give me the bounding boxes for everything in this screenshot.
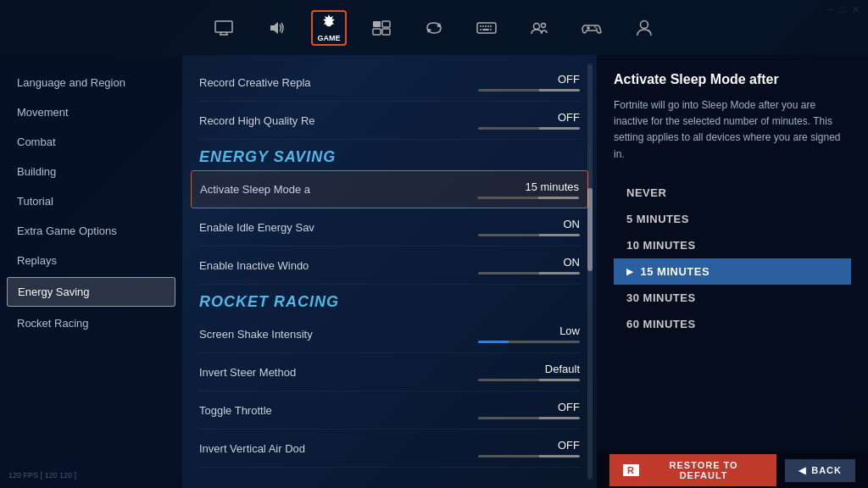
record-creative-row: Record Creative Repla OFF bbox=[199, 64, 580, 102]
sleep-mode-label: Activate Sleep Mode a bbox=[200, 183, 477, 196]
option-never[interactable]: NEVER bbox=[614, 180, 851, 206]
idle-energy-label: Enable Idle Energy Sav bbox=[199, 221, 478, 234]
idle-energy-row: Enable Idle Energy Sav ON bbox=[199, 208, 580, 247]
nav-game-label: GAME bbox=[318, 34, 341, 42]
back-button-icon: ◀ bbox=[798, 465, 806, 476]
sleep-mode-value[interactable]: 15 minutes bbox=[477, 180, 579, 199]
invert-vertical-value[interactable]: OFF bbox=[478, 439, 580, 458]
sidebar-item-combat[interactable]: Combat bbox=[0, 127, 182, 157]
invert-vertical-label: Invert Vertical Air Dod bbox=[199, 442, 478, 455]
sidebar-item-extra-game-options[interactable]: Extra Game Options bbox=[0, 216, 182, 246]
svg-marker-4 bbox=[270, 22, 278, 34]
toggle-throttle-row: Toggle Throttle OFF bbox=[199, 391, 580, 430]
right-panel-title: Activate Sleep Mode after bbox=[614, 72, 851, 87]
record-creative-label: Record Creative Repla bbox=[199, 76, 478, 89]
sidebar-item-movement[interactable]: Movement bbox=[0, 97, 182, 127]
back-button-label: BACK bbox=[811, 465, 842, 475]
right-panel: Activate Sleep Mode after Fortnite will … bbox=[597, 55, 868, 488]
sidebar-item-language-region[interactable]: Language and Region bbox=[0, 68, 182, 97]
svg-point-27 bbox=[641, 20, 648, 28]
screen-shake-value[interactable]: Low bbox=[478, 324, 580, 343]
back-button[interactable]: ◀ BACK bbox=[785, 459, 855, 482]
right-panel-description: Fortnite will go into Sleep Mode after y… bbox=[614, 97, 851, 163]
record-creative-value[interactable]: OFF bbox=[478, 73, 580, 92]
option-60min[interactable]: 60 MINUTES bbox=[614, 311, 851, 337]
sidebar-item-rocket-racing[interactable]: Rocket Racing bbox=[0, 308, 182, 338]
nav-audio-icon[interactable] bbox=[259, 10, 294, 46]
inactive-window-row: Enable Inactive Windo ON bbox=[199, 247, 580, 285]
sidebar-item-building[interactable]: Building bbox=[0, 157, 182, 186]
rocket-racing-header: ROCKET RACING bbox=[199, 285, 580, 315]
nav-controller-icon[interactable] bbox=[416, 10, 452, 46]
svg-rect-9 bbox=[382, 29, 390, 35]
svg-point-25 bbox=[594, 26, 596, 28]
sidebar-item-energy-saving[interactable]: Energy Saving bbox=[7, 277, 175, 307]
nav-game-icon[interactable]: GAME bbox=[311, 10, 347, 46]
top-navigation: GAME bbox=[0, 0, 868, 55]
record-quality-row: Record High Quality Re OFF bbox=[199, 102, 580, 140]
screen-shake-label: Screen Shake Intensity bbox=[199, 328, 478, 341]
nav-display-icon[interactable] bbox=[206, 10, 242, 46]
scrollbar-thumb[interactable] bbox=[587, 188, 593, 271]
screen-shake-row: Screen Shake Intensity Low bbox=[199, 315, 580, 353]
nav-accessibility-icon[interactable] bbox=[364, 10, 399, 46]
nav-profile-icon[interactable] bbox=[626, 10, 662, 46]
sidebar: Language and Region Movement Combat Buil… bbox=[0, 55, 182, 488]
settings-panel: Record Creative Repla OFF Record High Qu… bbox=[182, 55, 597, 488]
restore-button-label: RESTORE TO DEFAULT bbox=[644, 460, 763, 480]
option-15min[interactable]: 15 MINUTES bbox=[614, 258, 851, 285]
energy-saving-header: ENERGY SAVING bbox=[199, 140, 580, 170]
invert-steer-row: Invert Steer Method Default bbox=[199, 353, 580, 391]
inactive-window-label: Enable Inactive Windo bbox=[199, 259, 478, 272]
record-quality-label: Record High Quality Re bbox=[199, 114, 478, 127]
toggle-throttle-label: Toggle Throttle bbox=[199, 404, 478, 417]
restore-default-button[interactable]: R RESTORE TO DEFAULT bbox=[609, 454, 776, 486]
sidebar-item-replays[interactable]: Replays bbox=[0, 246, 182, 275]
main-content: Language and Region Movement Combat Buil… bbox=[0, 55, 868, 488]
svg-rect-12 bbox=[477, 23, 496, 33]
svg-point-22 bbox=[542, 23, 546, 27]
option-5min[interactable]: 5 MINUTES bbox=[614, 206, 851, 232]
restore-button-icon: R bbox=[623, 464, 639, 476]
svg-point-21 bbox=[534, 23, 540, 29]
scrollbar-track[interactable] bbox=[587, 64, 593, 480]
invert-steer-label: Invert Steer Method bbox=[199, 366, 478, 379]
fps-display: 120 FPS [ 120 120 ] bbox=[8, 471, 76, 480]
invert-vertical-row: Invert Vertical Air Dod OFF bbox=[199, 430, 580, 468]
sleep-mode-row[interactable]: Activate Sleep Mode a 15 minutes bbox=[191, 170, 588, 208]
nav-gamepad-icon[interactable] bbox=[574, 10, 609, 46]
idle-energy-value[interactable]: ON bbox=[478, 218, 580, 236]
inactive-window-value[interactable]: ON bbox=[478, 256, 580, 274]
invert-steer-value[interactable]: Default bbox=[478, 363, 580, 381]
nav-keyboard-icon[interactable] bbox=[469, 10, 504, 46]
svg-rect-6 bbox=[373, 21, 381, 27]
toggle-throttle-value[interactable]: OFF bbox=[478, 401, 580, 419]
sidebar-item-tutorial[interactable]: Tutorial bbox=[0, 186, 182, 216]
bottom-buttons: R RESTORE TO DEFAULT ◀ BACK bbox=[597, 452, 868, 488]
option-30min[interactable]: 30 MINUTES bbox=[614, 285, 851, 311]
option-10min[interactable]: 10 MINUTES bbox=[614, 232, 851, 258]
svg-rect-8 bbox=[373, 29, 381, 35]
svg-point-26 bbox=[596, 28, 598, 30]
record-quality-value[interactable]: OFF bbox=[478, 111, 580, 130]
svg-rect-7 bbox=[382, 21, 390, 27]
svg-rect-0 bbox=[215, 21, 232, 32]
nav-social-icon[interactable] bbox=[521, 10, 557, 46]
